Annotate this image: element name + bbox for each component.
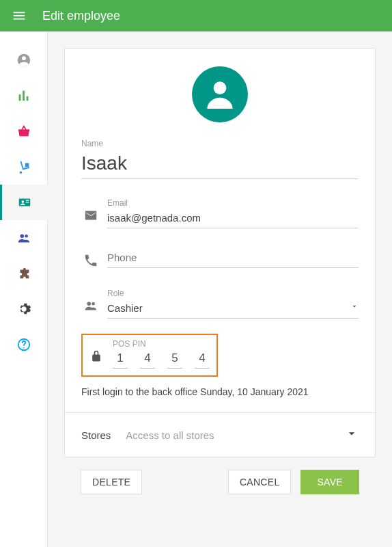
account-circle-icon [16,53,31,68]
people-icon [83,298,98,313]
sidebar-item-customers[interactable] [0,220,48,256]
pin-digit-2[interactable]: 4 [140,351,155,369]
email-input[interactable] [107,209,359,228]
stores-label: Stores [81,429,111,441]
role-select[interactable]: Cashier [107,299,359,319]
sidebar-item-items[interactable] [0,114,48,149]
pos-pin-block: POS PIN 1 4 5 4 [81,334,218,377]
sidebar-item-help[interactable] [0,327,48,362]
stores-value: Access to all stores [126,429,214,441]
page-title: Edit employee [42,9,120,23]
email-field: Email [81,198,359,228]
name-label: Name [81,139,359,148]
role-label: Role [107,289,359,298]
svg-point-15 [92,302,95,306]
svg-rect-8 [26,202,29,202]
role-field: Role Cashier [81,289,359,319]
sidebar-item-integrations[interactable] [0,256,48,291]
avatar-icon [201,75,239,114]
email-icon [83,208,98,223]
sidebar-item-inventory[interactable] [0,149,48,185]
phone-field [81,249,359,268]
help-icon [16,337,31,352]
stores-row[interactable]: Stores Access to all stores [65,412,375,457]
name-input[interactable] [81,150,359,179]
sidebar [0,31,48,547]
delete-button[interactable]: DELETE [81,470,142,494]
phone-input[interactable] [107,249,359,268]
svg-point-1 [22,56,26,60]
cancel-button[interactable]: CANCEL [228,470,292,494]
pin-label: POS PIN [113,339,210,349]
svg-point-13 [214,81,227,94]
save-button[interactable]: SAVE [300,470,359,494]
svg-rect-3 [23,91,25,101]
employee-card: Name Email Role Cashie [64,48,376,457]
pin-digit-3[interactable]: 5 [167,351,182,369]
svg-rect-7 [26,200,29,200]
sidebar-item-account[interactable] [0,42,48,78]
svg-point-9 [20,235,24,239]
svg-rect-2 [18,94,20,101]
dolly-icon [16,159,31,174]
puzzle-icon [16,266,31,281]
hamburger-icon [12,8,27,23]
svg-rect-4 [26,96,28,101]
lock-icon [89,349,103,363]
id-card-icon [17,195,32,210]
email-label: Email [107,198,359,208]
gear-icon [16,302,31,317]
phone-icon [83,253,98,268]
footer-actions: DELETE CANCEL SAVE [64,457,376,501]
svg-point-14 [87,302,92,306]
basket-icon [16,124,31,139]
sidebar-item-employees[interactable] [0,185,48,220]
chart-icon [16,88,31,103]
first-login-text: First login to the back office Sunday, 1… [81,386,359,397]
people-icon [16,230,31,245]
svg-point-6 [21,200,24,203]
sidebar-item-analytics[interactable] [0,78,48,114]
main-content: Name Email Role Cashie [48,31,392,547]
svg-point-12 [23,347,25,349]
svg-point-10 [25,235,28,238]
name-field: Name [81,139,359,179]
expand-icon [345,427,359,443]
pin-digit-1[interactable]: 1 [113,351,128,369]
sidebar-item-settings[interactable] [0,291,48,327]
chevron-down-icon [350,301,359,313]
app-header: Edit employee [0,0,392,31]
menu-button[interactable] [10,6,29,25]
pin-digit-4[interactable]: 4 [195,351,210,369]
avatar[interactable] [192,66,248,122]
